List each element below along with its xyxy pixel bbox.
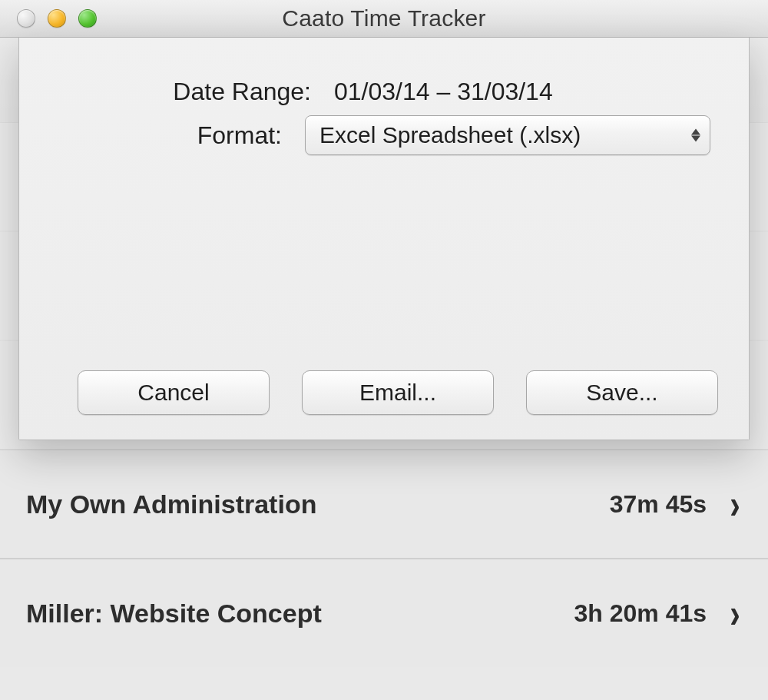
export-sheet: Date Range: 01/03/14 – 31/03/14 Format: … [18, 38, 750, 440]
cancel-button-label: Cancel [137, 380, 209, 406]
format-label: Format: [58, 121, 305, 150]
format-select-value: Excel Spreadsheet (.xlsx) [319, 122, 581, 148]
traffic-lights [17, 9, 97, 28]
save-button[interactable]: Save... [526, 370, 718, 415]
close-window-button[interactable] [17, 9, 35, 28]
project-time: 37m 45s [610, 490, 707, 519]
project-name: Miller: Website Concept [26, 599, 322, 629]
project-time: 3h 20m 41s [574, 599, 707, 628]
window-titlebar: Caato Time Tracker [0, 0, 768, 38]
sheet-button-row: Cancel Email... Save... [78, 370, 718, 415]
chevron-right-icon: › [730, 483, 740, 525]
email-button[interactable]: Email... [302, 370, 494, 415]
date-range-value: 01/03/14 – 31/03/14 [334, 78, 553, 106]
cancel-button[interactable]: Cancel [78, 370, 270, 415]
window-title: Caato Time Tracker [0, 5, 768, 32]
zoom-window-button[interactable] [78, 9, 97, 28]
format-select[interactable]: Excel Spreadsheet (.xlsx) [305, 115, 710, 155]
minimize-window-button[interactable] [48, 9, 66, 28]
project-name: My Own Administration [26, 489, 316, 519]
updown-arrows-icon [691, 129, 700, 142]
list-item[interactable]: Miller: Website Concept 3h 20m 41s › [0, 559, 768, 667]
save-button-label: Save... [586, 380, 657, 406]
email-button-label: Email... [359, 380, 436, 406]
chevron-right-icon: › [730, 592, 740, 634]
list-item[interactable]: My Own Administration 37m 45s › [0, 450, 768, 559]
date-range-label: Date Range: [58, 78, 334, 106]
